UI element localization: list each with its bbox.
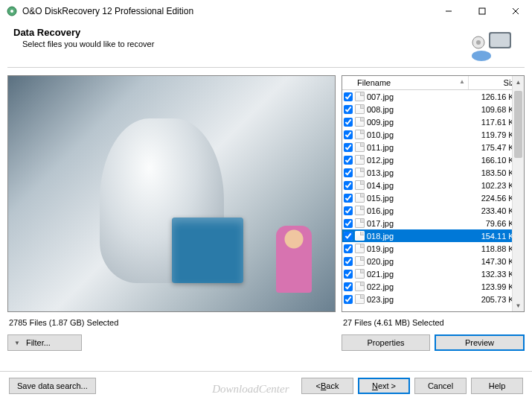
file-checkbox[interactable] — [344, 130, 353, 139]
svg-rect-8 — [490, 34, 510, 47]
minimize-button[interactable] — [432, 0, 465, 22]
file-name: 013.jpg — [367, 168, 473, 177]
file-icon — [355, 130, 365, 139]
file-name: 011.jpg — [367, 143, 473, 152]
file-checkbox[interactable] — [344, 92, 353, 101]
file-icon — [355, 155, 365, 165]
file-row[interactable]: 009.jpg117.61 KB — [342, 115, 524, 128]
product-logo — [467, 27, 519, 64]
file-checkbox[interactable] — [344, 206, 353, 215]
file-checkbox[interactable] — [344, 282, 353, 291]
file-row[interactable]: 007.jpg126.16 KB — [342, 90, 524, 103]
maximize-button[interactable] — [465, 0, 499, 22]
file-icon — [355, 218, 365, 228]
file-icon — [355, 193, 365, 203]
dropdown-arrow-icon: ▼ — [14, 340, 20, 346]
file-checkbox[interactable] — [344, 105, 353, 114]
page-header: Data Recovery Select files you would lik… — [0, 22, 532, 67]
file-checkbox[interactable] — [344, 232, 353, 241]
file-list-panel: Filename▲ Size 007.jpg126.16 KB008.jpg10… — [342, 75, 525, 312]
file-row[interactable]: 022.jpg123.99 KB — [342, 280, 524, 293]
file-name: 015.jpg — [367, 194, 473, 203]
file-checkbox[interactable] — [344, 118, 353, 127]
file-row[interactable]: 010.jpg119.79 KB — [342, 128, 524, 141]
preview-button[interactable]: Preview — [435, 334, 525, 351]
file-checkbox[interactable] — [344, 168, 353, 177]
col-filename[interactable]: Filename▲ — [356, 76, 469, 89]
file-row[interactable]: 021.jpg132.33 KB — [342, 267, 524, 280]
file-row[interactable]: 012.jpg166.10 KB — [342, 153, 524, 166]
file-checkbox[interactable] — [344, 257, 353, 266]
file-checkbox[interactable] — [344, 219, 353, 228]
file-icon — [355, 92, 365, 101]
svg-point-10 — [476, 40, 481, 45]
file-icon — [355, 256, 365, 266]
wizard-footer: Save data search... < Back Next > Cancel… — [0, 371, 532, 403]
file-name: 014.jpg — [367, 181, 473, 190]
file-name: 023.jpg — [367, 295, 473, 304]
window-controls — [432, 0, 532, 22]
file-checkbox[interactable] — [344, 143, 353, 152]
file-name: 008.jpg — [367, 105, 473, 114]
file-name: 017.jpg — [367, 219, 473, 228]
file-row[interactable]: 008.jpg109.68 KB — [342, 103, 524, 115]
file-checkbox[interactable] — [344, 181, 353, 190]
selection-status-right: 27 Files (4.61 MB) Selected — [342, 317, 525, 329]
file-name: 007.jpg — [367, 92, 473, 101]
page-subtitle: Select files you would like to recover — [13, 39, 154, 48]
back-button[interactable]: < Back — [301, 378, 353, 394]
file-name: 019.jpg — [367, 244, 473, 253]
file-icon — [355, 244, 365, 253]
scrollbar[interactable]: ▲ ▼ — [512, 76, 524, 311]
help-button[interactable]: Help — [471, 378, 523, 394]
file-name: 021.jpg — [367, 270, 473, 279]
file-icon — [355, 142, 365, 152]
file-icon — [355, 104, 365, 114]
svg-rect-3 — [479, 8, 485, 14]
file-name: 022.jpg — [367, 282, 473, 291]
save-search-button[interactable]: Save data search... — [9, 378, 96, 394]
close-button[interactable] — [499, 0, 532, 22]
selection-status-left: 2785 Files (1.87 GB) Selected — [7, 317, 336, 329]
scroll-down-icon[interactable]: ▼ — [513, 299, 524, 311]
scroll-thumb[interactable] — [514, 91, 522, 158]
cancel-button[interactable]: Cancel — [414, 378, 467, 394]
file-checkbox[interactable] — [344, 244, 353, 253]
next-button[interactable]: Next > — [358, 378, 410, 394]
app-icon — [6, 5, 18, 17]
file-name: 020.jpg — [367, 257, 473, 266]
file-row[interactable]: 015.jpg224.56 KB — [342, 191, 524, 204]
file-checkbox[interactable] — [344, 156, 353, 165]
file-checkbox[interactable] — [344, 295, 353, 304]
file-row[interactable]: 013.jpg183.50 KB — [342, 166, 524, 179]
file-icon — [355, 294, 365, 304]
file-row[interactable]: 020.jpg147.30 KB — [342, 255, 524, 267]
file-icon — [355, 231, 365, 241]
file-row[interactable]: 017.jpg79.66 KB — [342, 217, 524, 229]
file-name: 009.jpg — [367, 118, 473, 127]
filter-button[interactable]: ▼Filter... — [7, 334, 82, 351]
page-title: Data Recovery — [13, 27, 154, 38]
properties-button[interactable]: Properties — [342, 334, 430, 351]
file-row[interactable]: 011.jpg175.47 KB — [342, 141, 524, 153]
file-row[interactable]: 014.jpg102.23 KB — [342, 179, 524, 191]
file-row[interactable]: 018.jpg154.11 KB — [342, 229, 524, 242]
scroll-up-icon[interactable]: ▲ — [513, 76, 524, 88]
file-checkbox[interactable] — [344, 270, 353, 279]
file-row[interactable]: 023.jpg205.73 KB — [342, 293, 524, 305]
file-list[interactable]: 007.jpg126.16 KB008.jpg109.68 KB009.jpg1… — [342, 90, 524, 311]
file-name: 012.jpg — [367, 156, 473, 165]
list-header[interactable]: Filename▲ Size — [342, 76, 524, 90]
titlebar: O&O DiskRecovery 12 Professional Edition — [0, 0, 532, 22]
file-name: 018.jpg — [367, 232, 473, 241]
file-checkbox[interactable] — [344, 194, 353, 203]
file-icon — [355, 282, 365, 291]
preview-image — [7, 75, 336, 312]
sort-indicator-icon: ▲ — [459, 78, 465, 85]
file-name: 016.jpg — [367, 206, 473, 215]
file-name: 010.jpg — [367, 130, 473, 139]
svg-point-6 — [472, 51, 491, 61]
file-row[interactable]: 019.jpg118.88 KB — [342, 242, 524, 255]
file-row[interactable]: 016.jpg233.40 KB — [342, 204, 524, 217]
file-icon — [355, 180, 365, 190]
